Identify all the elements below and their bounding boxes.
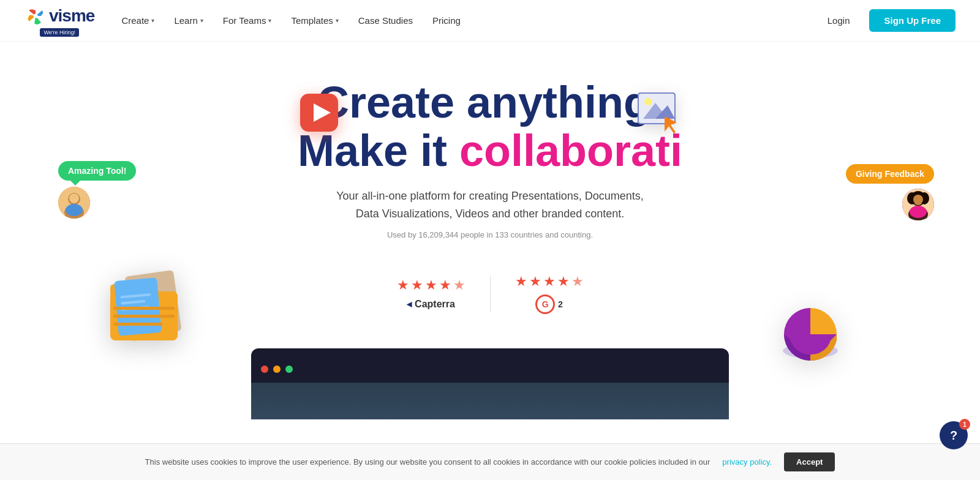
capterra-logo: ◂ Capterra: [407, 298, 455, 310]
nav-right: Login Sign Up Free: [818, 9, 956, 32]
app-mockup: [251, 348, 729, 419]
pie-chart-icon: [777, 301, 844, 368]
nav-links: Create ▾ Learn ▾ For Teams ▾ Templates ▾…: [113, 10, 817, 31]
cookie-bar: This website uses cookies to improve the…: [0, 443, 980, 480]
amazing-tool-text: Amazing Tool!: [58, 161, 136, 181]
cookie-text: This website uses cookies to improve the…: [145, 457, 710, 467]
male-avatar: [58, 187, 90, 219]
folder-float: [104, 261, 199, 349]
for-teams-arrow-icon: ▾: [268, 17, 271, 24]
window-maximize-dot: [285, 366, 293, 373]
app-mockup-titlebar: [251, 366, 729, 383]
giving-feedback-bubble: Giving Feedback: [846, 164, 934, 220]
privacy-policy-link[interactable]: privacy policy.: [722, 457, 772, 467]
visme-logo-icon: [24, 5, 47, 27]
learn-arrow-icon: ▾: [200, 17, 203, 24]
nav-pricing[interactable]: Pricing: [424, 10, 469, 31]
play-button-float: [300, 94, 338, 134]
capterra-arrow-icon: ◂: [407, 298, 412, 310]
play-icon: [300, 94, 338, 132]
capterra-rating: ★ ★ ★ ★ ★ ◂ Capterra: [372, 268, 490, 320]
help-button[interactable]: ? 1: [940, 421, 968, 449]
create-arrow-icon: ▾: [151, 17, 154, 24]
female-avatar: [902, 189, 934, 220]
svg-point-14: [69, 193, 79, 203]
hero-subtitle: Your all-in-one platform for creating Pr…: [331, 187, 649, 223]
templates-arrow-icon: ▾: [336, 17, 339, 24]
svg-rect-35: [113, 323, 162, 326]
image-cursor-icon: [637, 92, 681, 136]
g2-star-3: ★: [543, 274, 556, 290]
g2-circle-icon: G: [535, 294, 555, 314]
login-button[interactable]: Login: [818, 10, 860, 31]
svg-point-24: [910, 206, 927, 218]
amazing-tool-bubble: Amazing Tool!: [58, 161, 136, 219]
g2-star-1: ★: [515, 274, 527, 290]
app-content-area: [251, 383, 729, 419]
svg-point-15: [66, 204, 83, 216]
nav-learn[interactable]: Learn ▾: [165, 10, 211, 31]
image-cursor-float: [637, 92, 681, 138]
help-notification-badge: 1: [959, 419, 970, 430]
hero-title: Create anything. Make it collaborati: [12, 78, 968, 175]
capterra-stars: ★ ★ ★ ★ ★: [397, 277, 466, 293]
hero-title-create: Create anything: [317, 78, 650, 127]
g2-rating: ★ ★ ★ ★ ★ G 2: [491, 264, 608, 324]
pie-chart-float: [777, 301, 844, 370]
nav-templates[interactable]: Templates ▾: [282, 10, 347, 31]
svg-rect-34: [113, 315, 175, 318]
star-3: ★: [425, 277, 437, 293]
nav-for-teams[interactable]: For Teams ▾: [214, 10, 281, 31]
logo-text-group[interactable]: visme: [24, 5, 94, 27]
hiring-badge: We're Hiring!: [40, 28, 79, 37]
window-minimize-dot: [273, 366, 281, 373]
svg-point-9: [644, 98, 652, 105]
nav-case-studies[interactable]: Case Studies: [350, 10, 421, 31]
capterra-label: Capterra: [415, 299, 455, 310]
hero-section: Amazing Tool! Giving Feedback: [0, 42, 980, 444]
svg-point-1: [33, 13, 37, 18]
g2-star-4: ★: [557, 274, 570, 290]
g2-logo: G 2: [535, 294, 563, 314]
accept-cookies-button[interactable]: Accept: [784, 452, 835, 471]
g2-superscript: 2: [558, 299, 563, 309]
svg-point-23: [913, 195, 923, 204]
hero-stat: Used by 16,209,344 people in 133 countri…: [12, 230, 968, 239]
g2-star-half: ★: [571, 274, 584, 290]
help-icon: ?: [950, 429, 957, 443]
navbar: visme We're Hiring! Create ▾ Learn ▾ For…: [0, 0, 980, 42]
logo-area[interactable]: visme We're Hiring!: [24, 5, 94, 37]
g2-star-2: ★: [529, 274, 541, 290]
star-2: ★: [411, 277, 423, 293]
star-half: ★: [453, 277, 466, 293]
star-1: ★: [397, 277, 409, 293]
svg-rect-33: [113, 307, 175, 310]
nav-create[interactable]: Create ▾: [113, 10, 163, 31]
signup-button[interactable]: Sign Up Free: [869, 9, 956, 32]
window-close-dot: [261, 366, 268, 373]
giving-feedback-text: Giving Feedback: [846, 164, 934, 184]
folder-icon: [104, 261, 199, 347]
g2-stars: ★ ★ ★ ★ ★: [515, 274, 584, 290]
star-4: ★: [439, 277, 451, 293]
logo-name: visme: [49, 6, 94, 26]
